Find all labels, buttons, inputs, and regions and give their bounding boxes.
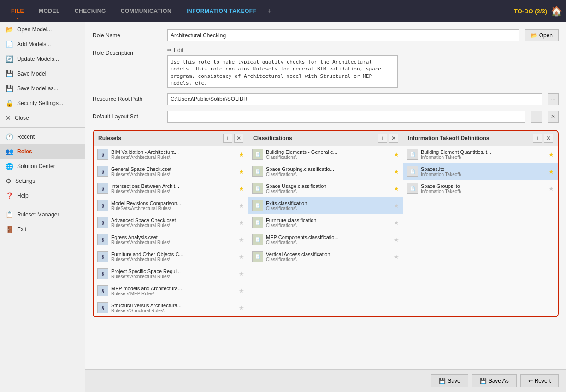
default-layout-clear-button[interactable]: ✕	[548, 111, 559, 123]
save-model-as-icon: 💾	[6, 85, 13, 92]
ruleset-icon: §	[97, 166, 108, 177]
sidebar-item-recent[interactable]: 🕐 Recent	[0, 129, 85, 144]
table-row[interactable]: § Intersections Between Archit... Rulese…	[94, 180, 248, 197]
star-icon[interactable]: ★	[394, 168, 399, 175]
edit-link[interactable]: ✏ Edit	[167, 47, 398, 53]
nav-communication[interactable]: COMMUNICATION	[113, 0, 179, 22]
ito-add-button[interactable]: +	[533, 134, 542, 143]
classifications-add-button[interactable]: +	[378, 134, 387, 143]
table-row[interactable]: § Project Specific Space Requi... Rulese…	[94, 265, 248, 282]
table-row[interactable]: 📄 Exits.classification Classifications\ …	[248, 197, 403, 214]
ito-remove-button[interactable]: ✕	[544, 134, 553, 143]
table-row[interactable]: 📄 MEP Components.classificatio... Classi…	[248, 231, 403, 248]
sidebar-item-roles[interactable]: 👥 Roles	[0, 144, 85, 159]
star-icon[interactable]: ★	[548, 185, 554, 192]
star-icon[interactable]: ★	[239, 304, 244, 311]
star-icon[interactable]: ★	[394, 219, 399, 226]
ito-list: 📄 Building Element Quantities.it... Info…	[403, 146, 558, 316]
resource-root-path-input[interactable]	[167, 93, 542, 105]
default-layout-browse-button[interactable]: ···	[531, 111, 542, 123]
table-row[interactable]: § Structural versus Architectura... Rule…	[94, 299, 248, 316]
nav-add-tab[interactable]: +	[264, 7, 276, 15]
star-icon[interactable]: ★	[394, 202, 399, 209]
star-icon[interactable]: ★	[239, 253, 244, 260]
nav-checking[interactable]: CHECKING	[67, 0, 113, 22]
nav-file[interactable]: FILE	[4, 0, 31, 22]
classifications-remove-button[interactable]: ✕	[389, 134, 398, 143]
sidebar-item-ruleset-manager[interactable]: 📋 Ruleset Manager	[0, 207, 85, 222]
ruleset-icon: §	[97, 234, 108, 245]
star-icon[interactable]: ★	[394, 185, 399, 192]
rulesets-add-button[interactable]: +	[223, 134, 232, 143]
table-row[interactable]: 📄 Space Usage.classification Classificat…	[248, 180, 403, 197]
ruleset-icon: §	[97, 302, 108, 313]
star-icon[interactable]: ★	[239, 185, 244, 192]
open-button[interactable]: 📂 Open	[525, 29, 559, 41]
star-icon[interactable]: ★	[239, 270, 244, 277]
table-row[interactable]: 📄 Furniture.classification Classificatio…	[248, 214, 403, 231]
star-icon[interactable]: ★	[239, 287, 244, 294]
resource-root-path-row: Resource Root Path ···	[93, 93, 559, 105]
home-icon: 🏠	[551, 6, 562, 17]
table-row[interactable]: 📄 Space Grouping.classificatio... Classi…	[248, 163, 403, 180]
todo-badge[interactable]: TO-DO (2/3) 🏠	[514, 6, 562, 17]
table-row[interactable]: § General Space Check.cset Rulesets\Arch…	[94, 163, 248, 180]
ruleset-icon: §	[97, 251, 108, 262]
default-layout-set-input[interactable]	[167, 111, 525, 123]
table-row[interactable]: 📄 Space Groups.ito Information Takeoff\ …	[403, 180, 558, 197]
star-icon[interactable]: ★	[548, 151, 554, 158]
ito-panel-header: Information Takeoff Definitions + ✕	[403, 131, 558, 146]
sidebar-item-close[interactable]: ✕ Close	[0, 111, 85, 125]
sidebar-item-exit[interactable]: 🚪 Exit	[0, 222, 85, 237]
star-icon[interactable]: ★	[239, 202, 244, 209]
classification-icon: 📄	[252, 183, 263, 194]
security-icon: 🔒	[6, 99, 13, 107]
rulesets-remove-button[interactable]: ✕	[234, 134, 243, 143]
nav-info-takeoff[interactable]: INFORMATION TAKEOFF	[179, 0, 264, 22]
star-icon[interactable]: ★	[394, 151, 399, 158]
star-icon[interactable]: ★	[239, 236, 244, 243]
rulesets-panel-header: Rulesets + ✕	[94, 131, 248, 146]
help-icon: ❓	[6, 192, 13, 199]
save-as-button[interactable]: 💾 Save As	[472, 374, 517, 387]
exit-icon: 🚪	[6, 226, 13, 233]
star-icon[interactable]: ★	[239, 168, 244, 175]
add-models-icon: 📄	[6, 41, 13, 48]
table-row[interactable]: § MEP models and Architectura... Ruleset…	[94, 282, 248, 299]
sidebar-item-save-model-as[interactable]: 💾 Save Model as...	[0, 81, 85, 96]
classifications-list: 📄 Building Elements - General.c... Class…	[248, 146, 403, 316]
table-row[interactable]: 📄 Building Element Quantities.it... Info…	[403, 146, 558, 163]
sidebar-item-save-model[interactable]: 💾 Save Model	[0, 66, 85, 81]
sidebar-item-settings[interactable]: ⚙ Settings	[0, 174, 85, 188]
table-row[interactable]: 📄 Building Elements - General.c... Class…	[248, 146, 403, 163]
description-textarea[interactable]: Use this role to make typical quality ch…	[167, 55, 398, 88]
revert-button[interactable]: ↩ Revert	[520, 374, 559, 387]
table-row[interactable]: 📄 Vertical Access.classification Classif…	[248, 248, 403, 265]
nav-model[interactable]: MODEL	[31, 0, 67, 22]
table-row[interactable]: § Egress Analysis.cset Rulesets\Architec…	[94, 231, 248, 248]
table-row[interactable]: § Model Revisions Comparison... RuleSets…	[94, 197, 248, 214]
role-name-input[interactable]	[167, 29, 519, 41]
star-icon[interactable]: ★	[548, 168, 554, 175]
star-icon[interactable]: ★	[239, 151, 244, 158]
ito-icon: 📄	[407, 183, 418, 194]
table-row[interactable]: § Advanced Space Check.cset Rulesets\Arc…	[94, 214, 248, 231]
save-button[interactable]: 💾 Save	[431, 374, 468, 387]
sidebar-item-help[interactable]: ❓ Help	[0, 188, 85, 203]
resource-browse-button[interactable]: ···	[548, 93, 559, 105]
sidebar-item-update-models[interactable]: 🔄 Update Models...	[0, 52, 85, 66]
content-area: Role Name 📂 Open Role Description ✏ Edit…	[85, 22, 566, 369]
sidebar-item-security-settings[interactable]: 🔒 Security Settings...	[0, 96, 85, 111]
table-row[interactable]: § BIM Validation - Architectura... Rules…	[94, 146, 248, 163]
table-row[interactable]: 📄 Spaces.ito Information Takeoff\ ★	[403, 163, 558, 180]
star-icon[interactable]: ★	[239, 219, 244, 226]
role-description-label: Role Description	[93, 47, 162, 56]
star-icon[interactable]: ★	[394, 236, 399, 243]
star-icon[interactable]: ★	[394, 253, 399, 260]
sidebar-item-solution-center[interactable]: 🌐 Solution Center	[0, 159, 85, 174]
sidebar-item-open-model[interactable]: 📂 Open Model...	[0, 22, 85, 37]
classification-icon: 📄	[252, 166, 263, 177]
rulesets-panel: Rulesets + ✕ § BIM Validation - Architec…	[94, 131, 248, 316]
sidebar-item-add-models[interactable]: 📄 Add Models...	[0, 37, 85, 52]
table-row[interactable]: § Furniture and Other Objects C... Rules…	[94, 248, 248, 265]
